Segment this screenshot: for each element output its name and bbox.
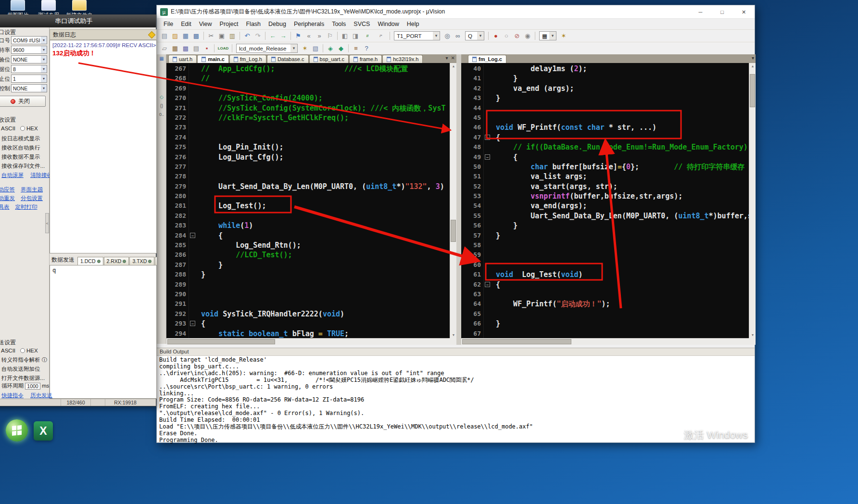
navigate-forward-icon[interactable]: →: [278, 31, 289, 41]
help-icon[interactable]: ?: [361, 44, 372, 53]
rebuild-all-icon[interactable]: ▩: [180, 44, 191, 53]
registers-panel-icon[interactable]: 0..: [157, 110, 166, 119]
scroll-up-icon[interactable]: ▲: [749, 63, 756, 69]
templates-panel-icon[interactable]: {}: [157, 101, 166, 110]
checkbox-row[interactable]: 自动发送附加位: [0, 365, 49, 374]
link-自动重发[interactable]: 自动重发: [0, 195, 15, 203]
vertical-scrollbar[interactable]: ▲ ▼: [749, 63, 756, 338]
fold-collapse-icon[interactable]: −: [190, 321, 195, 326]
send-tab-2.RXD[interactable]: 2.RXD: [104, 257, 129, 265]
pack-installer-icon[interactable]: ◆: [336, 44, 346, 53]
fold-collapse-icon[interactable]: −: [485, 135, 490, 140]
tab-main.c[interactable]: main.c: [197, 55, 229, 63]
scroll-down-icon[interactable]: ▼: [749, 332, 756, 338]
save-file-icon[interactable]: ▦: [180, 31, 191, 41]
options-for-target-icon[interactable]: ✶: [300, 44, 310, 53]
send-tab-3.TXD[interactable]: 3.TXD: [129, 257, 154, 265]
checkbox-row[interactable]: ✓转义符指令解析 ⓘ: [0, 355, 49, 365]
radio-hex[interactable]: HEX: [20, 126, 38, 131]
horizontal-scrollbar[interactable]: [461, 338, 749, 345]
collapse-panel-button[interactable]: <: [45, 213, 49, 233]
combo-select-target[interactable]: lcd_mode_Release▾: [236, 44, 298, 53]
code-editor-fm-log-c[interactable]: 40 delay1ms (2);41 }42 va_end (args);43}…: [461, 63, 749, 338]
tab-frame.h[interactable]: frame.h: [349, 55, 382, 63]
paste-icon[interactable]: ▥: [227, 31, 238, 41]
build-icon[interactable]: ▦: [170, 44, 180, 53]
radio-ascii[interactable]: ASCII: [0, 126, 15, 131]
scroll-thumb[interactable]: [167, 339, 275, 344]
setting-combo[interactable]: COM9 #USI▾: [11, 36, 47, 44]
books-icon[interactable]: ≡: [351, 44, 361, 53]
bookmark-toggle-icon[interactable]: ⚑: [293, 31, 303, 41]
setting-combo[interactable]: 1▾: [11, 75, 47, 83]
link-自动滚屏[interactable]: 自动滚屏: [1, 172, 24, 179]
uvision-titlebar[interactable]: µ E:\项目\压力传感器项目\项目备份\低成本液位压力\固件\HC32L19x…: [157, 5, 755, 19]
breakpoint-disable-icon[interactable]: ○: [501, 31, 512, 41]
checkbox-row[interactable]: ✓接收区自动换行: [0, 143, 49, 152]
serial-titlebar[interactable]: 串口调试助手: [0, 15, 156, 27]
code-editor-main-c[interactable]: 267// App_LcdCfg(); ///< LCD模块配置268//269…: [166, 63, 450, 338]
scroll-thumb[interactable]: [451, 220, 456, 242]
setting-combo[interactable]: NONE▾: [11, 84, 47, 92]
cycle-period-input[interactable]: 1000: [25, 383, 40, 390]
close-button[interactable]: ✕: [733, 5, 755, 19]
cut-icon[interactable]: ✂: [206, 31, 216, 41]
checkbox-row[interactable]: 接收数据不显示: [0, 152, 49, 162]
redo-icon[interactable]: ↷: [252, 31, 263, 41]
navigate-back-icon[interactable]: ←: [267, 31, 278, 41]
menu-peripherals[interactable]: Peripherals: [290, 20, 328, 28]
radio-ascii[interactable]: ASCII: [0, 348, 15, 353]
link-历史发送[interactable]: 历史发送: [30, 392, 52, 399]
project-panel-icon[interactable]: ▦: [157, 54, 166, 63]
comment-selection-icon[interactable]: //: [361, 31, 374, 41]
checkbox-row[interactable]: ✓按日志模式显示: [0, 134, 49, 143]
fold-collapse-icon[interactable]: −: [190, 233, 195, 238]
batch-build-icon[interactable]: ▤: [191, 44, 202, 53]
build-output-log[interactable]: Build target 'lcd_mode_Release'compiling…: [157, 356, 755, 444]
tab-fm_Log.c[interactable]: fm_Log.c: [468, 55, 506, 63]
cycle-period-row[interactable]: ✓循环周期1000ms: [0, 381, 49, 391]
functions-panel-icon[interactable]: ◇: [157, 93, 166, 101]
download-load-icon[interactable]: LOAD: [216, 44, 230, 53]
menu-window[interactable]: Window: [374, 20, 403, 28]
save-all-icon[interactable]: ▩: [191, 31, 202, 41]
maximize-button[interactable]: □: [711, 5, 733, 19]
combo-find-text[interactable]: T1_PORT▾: [394, 31, 440, 40]
menu-debug[interactable]: Debug: [265, 20, 290, 28]
combo-quick-search[interactable]: Q▾: [465, 31, 484, 40]
vertical-scrollbar[interactable]: ▲ ▼: [450, 63, 456, 338]
close-tab-icon[interactable]: ✕: [451, 55, 455, 61]
scroll-up-icon[interactable]: ▲: [450, 63, 457, 69]
setting-combo[interactable]: NONE▾: [11, 55, 47, 63]
breakpoint-toggle-icon[interactable]: ●: [491, 31, 501, 41]
scroll-thumb[interactable]: [750, 74, 755, 107]
checkbox-row[interactable]: 接收保存到文件...: [0, 162, 49, 171]
tab-bsp_uart.c[interactable]: bsp_uart.c: [309, 55, 349, 63]
file-extensions-icon[interactable]: ▧: [310, 44, 321, 53]
tab-uart.h[interactable]: uart.h: [168, 55, 197, 63]
link-快捷指令[interactable]: 快捷指令: [1, 392, 24, 399]
log-flash-icon[interactable]: [148, 31, 156, 38]
link-自动应答[interactable]: 自动应答: [0, 186, 15, 195]
breakpoint-enable-all-icon[interactable]: ◉: [522, 31, 533, 41]
fold-collapse-icon[interactable]: −: [485, 154, 490, 160]
link-界面主题[interactable]: 界面主题: [21, 186, 43, 195]
indent-icon[interactable]: ◨: [350, 31, 361, 41]
manage-rte-icon[interactable]: ◈: [325, 44, 336, 53]
combo-window-layout[interactable]: ▦▾: [539, 31, 556, 40]
minimize-button[interactable]: ─: [690, 5, 711, 19]
send-input-area[interactable]: q: [50, 265, 157, 399]
menu-view[interactable]: View: [195, 20, 216, 28]
link-定时打印[interactable]: 定时打印: [15, 203, 38, 212]
fold-collapse-icon[interactable]: −: [485, 282, 490, 287]
stop-build-icon[interactable]: ▪: [202, 44, 212, 53]
start-button[interactable]: [6, 419, 28, 441]
menu-file[interactable]: File: [160, 20, 177, 28]
bookmark-clear-all-icon[interactable]: ⚐: [325, 31, 335, 41]
menu-project[interactable]: Project: [216, 20, 242, 28]
receive-log-area[interactable]: [2022-11-22 17:56:57.009]# RECV ASCII>13…: [50, 40, 157, 253]
tab-fm_Log.h[interactable]: fm_Log.h: [229, 55, 266, 63]
open-file-icon[interactable]: ▨: [170, 31, 180, 41]
uncomment-selection-icon[interactable]: /*: [374, 31, 388, 41]
bookmark-next-icon[interactable]: »: [314, 31, 325, 41]
